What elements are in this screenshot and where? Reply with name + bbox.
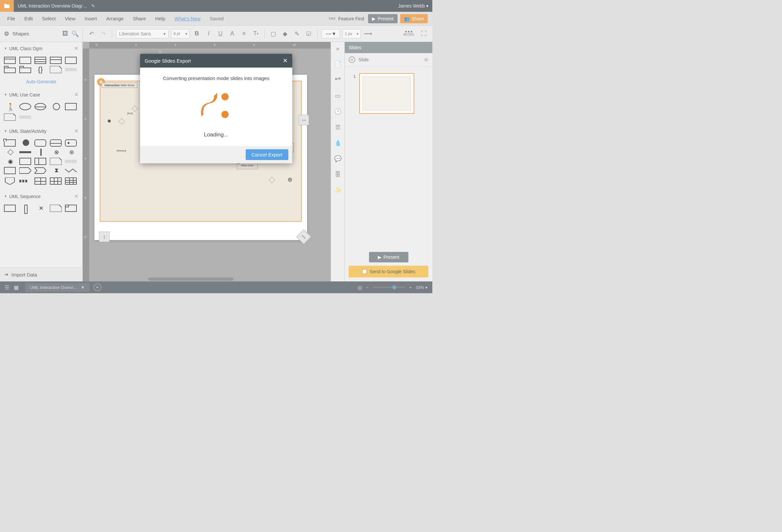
export-modal: Google Slides Export ✕ Converting presen…: [140, 54, 292, 163]
close-modal-icon[interactable]: ✕: [283, 57, 288, 64]
loading-text: Loading...: [148, 132, 284, 138]
modal-overlay: Google Slides Export ✕ Converting presen…: [0, 0, 432, 293]
modal-message: Converting presentation mode slides into…: [148, 75, 284, 81]
lucid-logo-icon: [198, 92, 234, 121]
cancel-export-button[interactable]: Cancel Export: [246, 149, 288, 160]
modal-title: Google Slides Export: [145, 58, 191, 64]
svg-point-1: [221, 111, 228, 118]
svg-point-0: [221, 93, 228, 100]
modal-header: Google Slides Export ✕: [140, 54, 292, 68]
